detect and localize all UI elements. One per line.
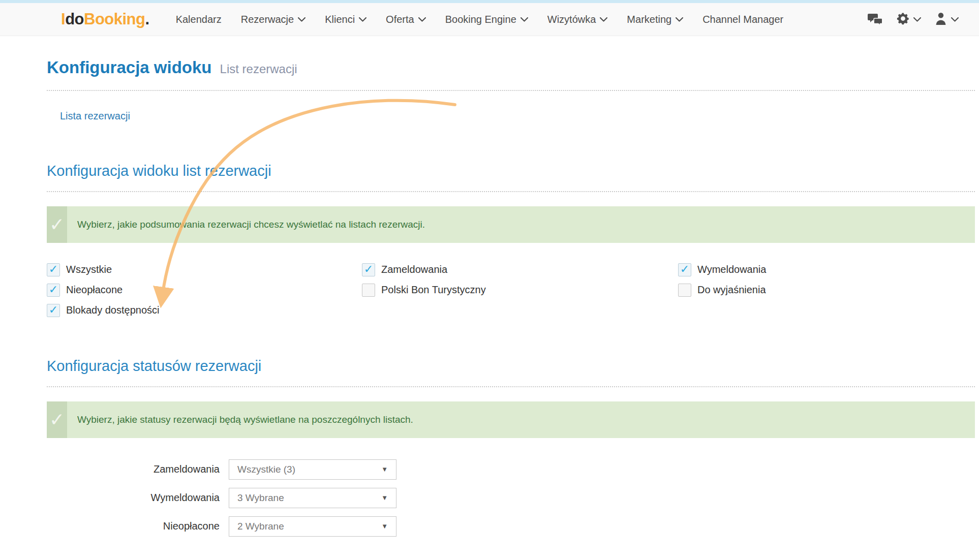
checkbox-nieoplacone[interactable]: ✓ Nieopłacone bbox=[47, 284, 362, 297]
chevron-down-icon bbox=[676, 17, 683, 22]
checkmark-icon: ✓ bbox=[49, 215, 65, 234]
dropdown-label: Nieopłacone bbox=[47, 520, 229, 532]
page-subtitle: List rezerwacji bbox=[220, 62, 297, 76]
info-banner-view: ✓ Wybierz, jakie podsumowania rezerwacji… bbox=[47, 206, 975, 243]
page-title: Konfiguracja widoku bbox=[47, 58, 212, 77]
dropdown-label: Wymeldowania bbox=[47, 492, 229, 504]
divider bbox=[47, 191, 975, 192]
nav-item-oferta[interactable]: Oferta bbox=[386, 14, 426, 25]
user-icon bbox=[934, 12, 947, 27]
lista-rezerwacji-link[interactable]: Lista rezerwacji bbox=[60, 110, 130, 122]
checkbox-polski-bon-turystyczny[interactable]: ✓ Polski Bon Turystyczny bbox=[362, 284, 678, 297]
nieoplacone-select[interactable]: 2 Wybrane ▼ bbox=[229, 516, 396, 537]
section-status-heading: Konfiguracja statusów rezerwacji bbox=[47, 357, 975, 376]
checkbox-column-1: ✓ Wszystkie ✓ Nieopłacone ✓ Blokady dost… bbox=[47, 263, 362, 317]
navbar-right-icons bbox=[868, 12, 959, 27]
nav-item-wizytowka[interactable]: Wizytówka bbox=[547, 14, 608, 25]
zameldowania-select[interactable]: Wszystkie (3) ▼ bbox=[229, 459, 396, 480]
caret-down-icon: ▼ bbox=[381, 522, 388, 530]
chevron-down-icon bbox=[600, 17, 607, 22]
checkbox-column-2: ✓ Zameldowania ✓ Polski Bon Turystyczny bbox=[362, 263, 678, 317]
idobooking-logo[interactable]: IdoBooking. bbox=[61, 10, 149, 28]
checkbox-icon: ✓ bbox=[362, 263, 375, 276]
checkmark-icon: ✓ bbox=[49, 411, 65, 429]
checkbox-icon: ✓ bbox=[678, 284, 691, 297]
checkbox-icon: ✓ bbox=[47, 304, 60, 317]
caret-down-icon: ▼ bbox=[381, 494, 388, 502]
caret-down-icon: ▼ bbox=[381, 465, 388, 473]
checkbox-wymeldowania[interactable]: ✓ Wymeldowania bbox=[678, 263, 766, 276]
nav-item-kalendarz[interactable]: Kalendarz bbox=[176, 14, 222, 25]
checkbox-blokady-dostepnosci[interactable]: ✓ Blokady dostępności bbox=[47, 304, 362, 317]
checkbox-icon: ✓ bbox=[362, 284, 375, 297]
nav-menu: Kalendarz Rezerwacje Klienci Oferta Book… bbox=[176, 14, 784, 25]
user-menu[interactable] bbox=[934, 12, 959, 27]
banner-check-square: ✓ bbox=[47, 206, 67, 243]
logo-text: I bbox=[61, 10, 65, 28]
nav-item-booking-engine[interactable]: Booking Engine bbox=[445, 14, 528, 25]
nav-item-klienci[interactable]: Klienci bbox=[325, 14, 366, 25]
banner-message: Wybierz, jakie statusy rezerwacji będą w… bbox=[67, 401, 423, 438]
banner-message: Wybierz, jakie podsumowania rezerwacji c… bbox=[67, 206, 435, 243]
checkbox-icon: ✓ bbox=[47, 263, 60, 276]
divider bbox=[47, 90, 975, 91]
section-view-heading: Konfiguracja widoku list rezerwacji bbox=[47, 162, 975, 181]
chevron-down-icon bbox=[913, 17, 921, 22]
selected-value: Wszystkie (3) bbox=[237, 464, 295, 475]
nav-item-marketing[interactable]: Marketing bbox=[627, 14, 683, 25]
nav-item-rezerwacje[interactable]: Rezerwacje bbox=[241, 14, 305, 25]
checkbox-column-3: ✓ Wymeldowania ✓ Do wyjaśnienia bbox=[678, 263, 766, 317]
settings-menu[interactable] bbox=[896, 12, 921, 27]
chat-icon[interactable] bbox=[868, 13, 883, 26]
checkbox-wszystkie[interactable]: ✓ Wszystkie bbox=[47, 263, 362, 276]
checkbox-do-wyjasnienia[interactable]: ✓ Do wyjaśnienia bbox=[678, 284, 766, 297]
divider bbox=[47, 386, 975, 387]
dropdown-label: Zameldowania bbox=[47, 463, 229, 475]
chevron-down-icon bbox=[951, 17, 959, 22]
page-header: Konfiguracja widoku List rezerwacji bbox=[47, 58, 975, 77]
checkbox-icon: ✓ bbox=[47, 284, 60, 297]
info-banner-status: ✓ Wybierz, jakie statusy rezerwacji będą… bbox=[47, 401, 975, 438]
chevron-down-icon bbox=[359, 17, 366, 22]
chevron-down-icon bbox=[418, 17, 426, 22]
status-dropdowns: Zameldowania Wszystkie (3) ▼ Wymeldowani… bbox=[47, 459, 975, 537]
checkbox-icon: ✓ bbox=[678, 263, 691, 276]
dropdown-row-zameldowania: Zameldowania Wszystkie (3) ▼ bbox=[47, 459, 975, 480]
gear-icon bbox=[896, 12, 910, 27]
chevron-down-icon bbox=[298, 17, 305, 22]
dropdown-row-wymeldowania: Wymeldowania 3 Wybrane ▼ bbox=[47, 488, 975, 508]
checkbox-zameldowania[interactable]: ✓ Zameldowania bbox=[362, 263, 678, 276]
chevron-down-icon bbox=[521, 17, 528, 22]
wymeldowania-select[interactable]: 3 Wybrane ▼ bbox=[229, 488, 396, 508]
nav-item-channel-manager[interactable]: Channel Manager bbox=[702, 14, 783, 25]
page-content: Konfiguracja widoku List rezerwacji List… bbox=[0, 36, 979, 537]
summary-checkbox-grid: ✓ Wszystkie ✓ Nieopłacone ✓ Blokady dost… bbox=[47, 263, 975, 317]
dropdown-row-nieoplacone: Nieopłacone 2 Wybrane ▼ bbox=[47, 516, 975, 537]
selected-value: 2 Wybrane bbox=[237, 521, 284, 532]
banner-check-square: ✓ bbox=[47, 401, 67, 438]
selected-value: 3 Wybrane bbox=[237, 492, 284, 504]
main-navbar: IdoBooking. Kalendarz Rezerwacje Klienci… bbox=[0, 3, 979, 36]
